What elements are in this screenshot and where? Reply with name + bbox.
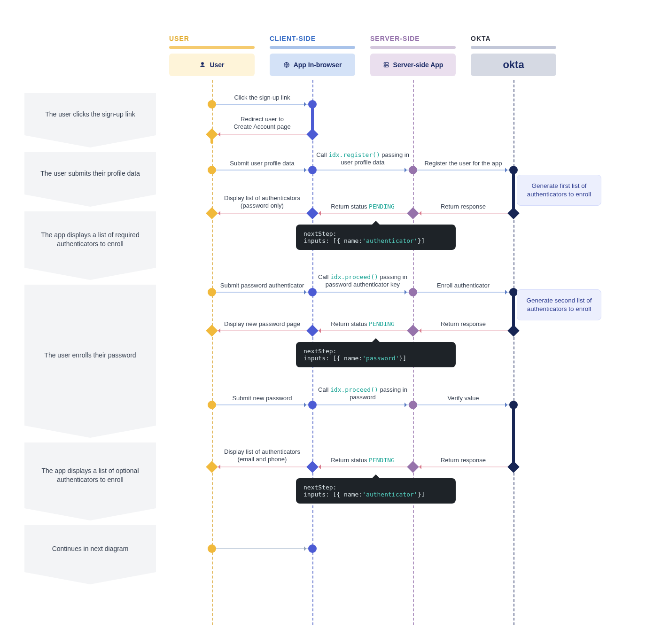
node — [509, 401, 518, 409]
step-5: The app displays a list of optional auth… — [24, 442, 156, 508]
user-icon — [199, 62, 206, 68]
label-m3: Submit user profile data — [230, 160, 294, 167]
lane-head-server: Server-side App — [370, 54, 456, 76]
lane-head-user: User — [169, 54, 255, 76]
lane-head-client: App In-browser — [270, 54, 355, 76]
code-tooltip-3: nextStep: inputs: [{ name:'authenticator… — [296, 478, 456, 504]
label-m16: Call idx.proceed() passing in password — [316, 386, 410, 402]
lifeline-user — [212, 80, 213, 625]
okta-bubble-1: Generate first list of authenticators to… — [517, 175, 601, 206]
svg-point-4 — [385, 66, 385, 66]
okta-bubble-2: Generate second list of authenticators t… — [517, 289, 601, 320]
code-tooltip-1: nextStep: inputs: [{ name:'authenticator… — [296, 225, 456, 250]
lifeline-okta — [513, 80, 514, 625]
code-tooltip-2: nextStep: inputs: [{ name:'password'}] — [296, 342, 456, 367]
label-m11: Enroll authenticator — [437, 282, 490, 289]
node — [407, 325, 419, 336]
node — [308, 288, 317, 296]
arrow-m18 — [417, 466, 509, 467]
label-m7: Return status PENDING — [331, 203, 395, 210]
node — [509, 166, 518, 174]
arrow-m1 — [216, 104, 308, 105]
lane-client: App In-browser — [270, 34, 355, 76]
label-m15: Submit new password — [232, 395, 292, 402]
node — [409, 288, 417, 296]
label-m9: Submit password authenticator — [220, 282, 304, 289]
lane-head-okta: okta — [471, 54, 556, 76]
node — [208, 401, 216, 409]
label-m6: Return response — [441, 203, 486, 210]
lane-head-user-label: User — [210, 61, 224, 69]
sequence-diagram: USER CLIENT-SIDE SERVER-SIDE OKTA User A… — [0, 0, 669, 644]
node — [407, 207, 419, 219]
arrow-m6 — [417, 213, 509, 214]
okta-logo: okta — [503, 59, 524, 71]
arrow-m10 — [317, 292, 409, 293]
globe-icon — [283, 62, 290, 68]
arrow-m8 — [216, 213, 308, 214]
lane-head-client-label: App In-browser — [294, 61, 342, 69]
label-m13: Return status PENDING — [331, 320, 395, 328]
label-m2: Redirect user to Create Account page — [215, 116, 309, 131]
node — [308, 544, 317, 553]
label-m12: Return response — [441, 320, 486, 328]
arrow-m17 — [417, 404, 509, 405]
arrow-m13 — [317, 330, 409, 331]
node-user — [208, 100, 216, 109]
node — [409, 166, 417, 174]
node — [407, 461, 419, 473]
label-m5: Register the user for the app — [425, 160, 502, 167]
arrow-m7 — [317, 213, 409, 214]
node — [308, 166, 317, 174]
node — [507, 207, 519, 219]
arrow-m16 — [317, 404, 409, 405]
node — [206, 325, 218, 336]
arrow-m19 — [317, 466, 409, 467]
arrow-m3 — [216, 170, 308, 171]
arrow-m2 — [216, 134, 308, 135]
label-m18: Return response — [441, 457, 486, 464]
arrow-m14 — [216, 330, 308, 331]
step-4: The user enrolls their password — [24, 285, 156, 426]
arrow-m15 — [216, 404, 308, 405]
arrow-continue — [216, 548, 308, 549]
lane-server: Server-side App — [370, 34, 456, 76]
lane-okta: okta — [471, 34, 556, 76]
label-m10: Call idx.proceed() passing in password a… — [316, 273, 410, 289]
server-icon — [383, 62, 389, 68]
lane-head-server-label: Server-side App — [393, 61, 443, 69]
node — [208, 544, 216, 553]
arrow-m4 — [317, 170, 409, 171]
node — [208, 166, 216, 174]
node — [308, 401, 317, 409]
arrow-m9 — [216, 292, 308, 293]
step-6: Continues in next diagram — [24, 525, 156, 572]
node — [507, 325, 519, 336]
node — [409, 401, 417, 409]
arrow-m20 — [216, 466, 308, 467]
node-client — [308, 100, 317, 109]
label-m17: Verify value — [447, 395, 479, 402]
arrow-m12 — [417, 330, 509, 331]
arrow-m11 — [417, 292, 509, 293]
label-m4: Call idx.register() passing in user prof… — [316, 151, 410, 167]
step-1: The user clicks the sign-up link — [24, 93, 156, 135]
lane-user: User — [169, 34, 255, 76]
label-m14: Display new password page — [224, 320, 300, 328]
arrow-m5 — [417, 170, 509, 171]
node — [507, 461, 519, 473]
activation-okta — [512, 405, 515, 466]
step-2: The user submits their profile data — [24, 152, 156, 194]
label-m19: Return status PENDING — [331, 457, 395, 464]
node — [208, 288, 216, 296]
node — [306, 325, 318, 336]
label-m8: Display list of authenticators (password… — [215, 194, 309, 210]
label-m20: Display list of authenticators (email an… — [215, 448, 309, 464]
step-3: The app displays a list of required auth… — [24, 211, 156, 268]
svg-point-3 — [385, 63, 385, 64]
label-m1: Click the sign-up link — [234, 94, 290, 101]
